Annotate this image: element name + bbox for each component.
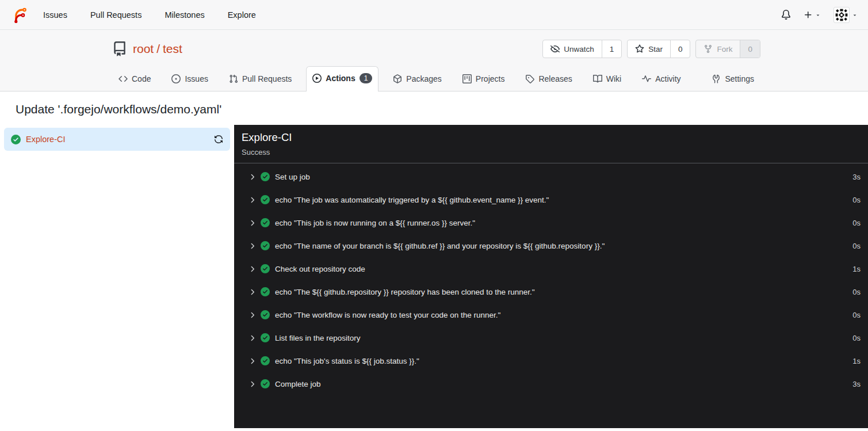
step-row[interactable]: echo "The workflow is now ready to test …	[234, 303, 868, 326]
navbar-item-explore[interactable]: Explore	[228, 10, 256, 20]
triangle-down-icon	[815, 12, 821, 18]
tab-pull-requests[interactable]: Pull Requests	[223, 67, 298, 91]
step-row[interactable]: Check out repository code1s	[234, 257, 868, 280]
step-duration: 0s	[852, 311, 861, 319]
notifications-button[interactable]	[781, 10, 791, 20]
step-duration: 3s	[852, 380, 861, 388]
tab-projects[interactable]: Projects	[456, 67, 511, 91]
navbar-links: Issues Pull Requests Milestones Explore	[43, 10, 256, 20]
run-job-title: Explore-CI	[242, 131, 861, 144]
bell-icon	[781, 10, 791, 20]
tab-label: Settings	[725, 74, 754, 83]
unwatch-button[interactable]: Unwatch 1	[542, 40, 622, 58]
step-duration: 0s	[852, 196, 861, 204]
step-row[interactable]: echo "This job's status is ${{ job.statu…	[234, 349, 868, 372]
create-new-button[interactable]	[804, 10, 821, 20]
step-row[interactable]: echo "The ${{ github.repository }} repos…	[234, 280, 868, 303]
step-name: echo "The workflow is now ready to test …	[275, 311, 846, 319]
triangle-down-icon	[852, 12, 858, 18]
tab-label: Releases	[538, 74, 572, 83]
check-circle-icon	[261, 241, 270, 250]
chevron-right-icon[interactable]	[248, 288, 257, 296]
repo-name-link[interactable]: test	[163, 42, 182, 55]
unwatch-label: Unwatch	[564, 45, 594, 54]
step-duration: 3s	[852, 173, 861, 181]
chevron-right-icon[interactable]	[248, 334, 257, 342]
step-row[interactable]: Complete job3s	[234, 372, 868, 395]
job-name: Explore-CI	[26, 135, 214, 144]
step-name: List files in the repository	[275, 334, 846, 342]
check-circle-icon	[261, 379, 270, 388]
page-title: Update '.forgejo/workflows/demo.yaml'	[0, 91, 868, 125]
step-name: echo "This job is now running on a ${{ r…	[275, 219, 846, 227]
step-name: echo "The job was automatically triggere…	[275, 196, 846, 204]
watch-count[interactable]: 1	[602, 40, 622, 58]
repo-action-buttons: Unwatch 1 Star 0 Fork 0	[542, 40, 760, 58]
sidebar-job-explore-ci[interactable]: Explore-CI	[4, 128, 230, 151]
tab-settings[interactable]: Settings	[705, 67, 760, 91]
forgejo-logo[interactable]	[10, 6, 28, 24]
user-menu-button[interactable]	[833, 7, 858, 23]
tab-label: Packages	[406, 74, 441, 83]
step-row[interactable]: echo "The name of your branch is ${{ git…	[234, 234, 868, 257]
chevron-right-icon[interactable]	[248, 196, 257, 204]
chevron-right-icon[interactable]	[248, 357, 257, 365]
star-count[interactable]: 0	[670, 40, 690, 58]
check-circle-icon	[261, 218, 270, 227]
tools-icon	[712, 74, 721, 83]
chevron-right-icon[interactable]	[248, 219, 257, 227]
chevron-right-icon[interactable]	[248, 380, 257, 388]
tab-label: Code	[132, 74, 151, 83]
chevron-right-icon[interactable]	[248, 265, 257, 273]
tab-releases[interactable]: Releases	[519, 67, 578, 91]
steps-list: Set up job3secho "The job was automatica…	[234, 163, 868, 395]
tag-icon	[525, 74, 534, 83]
top-navbar: Issues Pull Requests Milestones Explore	[0, 0, 868, 30]
step-row[interactable]: Set up job3s	[234, 165, 868, 188]
step-row[interactable]: List files in the repository0s	[234, 326, 868, 349]
eye-closed-icon	[550, 44, 560, 54]
step-duration: 1s	[852, 265, 861, 273]
chevron-right-icon[interactable]	[248, 173, 257, 181]
tab-code[interactable]: Code	[112, 67, 157, 91]
chevron-right-icon[interactable]	[248, 311, 257, 319]
step-duration: 0s	[852, 219, 861, 227]
check-circle-icon	[261, 356, 270, 365]
check-circle-icon	[11, 135, 21, 144]
repo-owner-link[interactable]: root	[133, 42, 154, 55]
tab-issues[interactable]: Issues	[165, 67, 214, 91]
step-name: echo "The name of your branch is ${{ git…	[275, 242, 846, 250]
step-row[interactable]: echo "This job is now running on a ${{ r…	[234, 211, 868, 234]
step-name: Check out repository code	[275, 265, 846, 273]
tab-label: Wiki	[606, 74, 621, 83]
repo-path-separator: /	[156, 42, 160, 55]
star-label: Star	[648, 45, 663, 54]
check-circle-icon	[261, 264, 270, 273]
tab-label: Pull Requests	[242, 74, 292, 83]
step-row[interactable]: echo "The job was automatically triggere…	[234, 188, 868, 211]
chevron-right-icon[interactable]	[248, 242, 257, 250]
fork-button: Fork 0	[695, 40, 760, 58]
tab-actions[interactable]: Actions 1	[306, 66, 378, 91]
run-status-text: Success	[242, 148, 861, 157]
run-details-panel: Explore-CI Success Set up job3secho "The…	[234, 125, 868, 428]
navbar-item-milestones[interactable]: Milestones	[165, 10, 204, 20]
star-button[interactable]: Star 0	[627, 40, 690, 58]
play-circle-icon	[312, 74, 322, 83]
step-duration: 1s	[852, 357, 861, 365]
star-icon	[635, 44, 644, 54]
rerun-job-button[interactable]	[214, 135, 223, 144]
step-duration: 0s	[852, 288, 861, 296]
check-circle-icon	[261, 172, 270, 181]
tab-wiki[interactable]: Wiki	[587, 67, 628, 91]
navbar-right	[781, 7, 858, 23]
tab-activity[interactable]: Activity	[636, 67, 687, 91]
step-name: echo "The ${{ github.repository }} repos…	[275, 288, 846, 296]
navbar-item-issues[interactable]: Issues	[43, 10, 67, 20]
step-duration: 0s	[852, 334, 861, 342]
package-icon	[393, 74, 402, 83]
fork-count: 0	[740, 40, 760, 58]
navbar-item-pull-requests[interactable]: Pull Requests	[90, 10, 142, 20]
tab-label: Actions	[326, 74, 355, 83]
tab-packages[interactable]: Packages	[387, 67, 448, 91]
